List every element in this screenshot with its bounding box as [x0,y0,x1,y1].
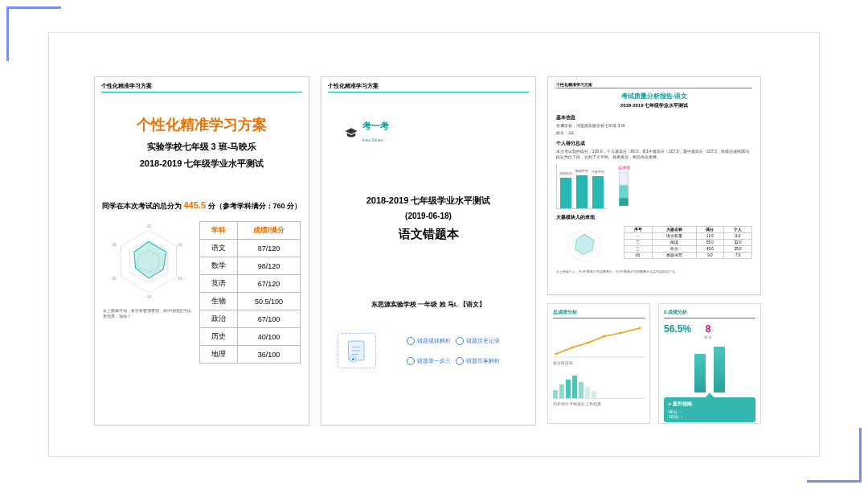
svg-text:04: 04 [147,295,152,299]
big-percent: 56.5% [664,323,691,335]
two-bar-chart-icon [664,343,755,392]
page2-exam-line: 2018-2019 七年级学业水平测试 [321,195,535,207]
page3-footnote: 从上图看个人，第1中最高分完成要素分，第2中最高分完成要素分未达到达标如下当。 [556,269,752,273]
table-row: 数学98/120 [200,257,301,275]
module-table: 序号大题名称满分个人 一语文积累11.06.0 二阅读55.032.0 三作文4… [624,226,752,259]
doc-page-analysis-report: 个性化精准学习方案 考试质量分析报告-语文 2018-2019 七年级学业水平测… [547,76,761,295]
table-row: 历史40/100 [200,328,301,346]
page1-title: 个性化精准学习方案 [95,115,309,134]
score-table: 学科 成绩/满分 语文87/120 数学98/120 英语67/120 生物50… [199,221,301,364]
page2-date: (2019-06-18) [321,212,535,220]
circle-icon [456,357,464,365]
table-row: 语文87/120 [200,240,301,257]
svg-text:02: 02 [178,243,182,247]
banner-title: ▸ 提升指南 [669,401,751,408]
doc-page-wrongbook-cover: 个性化精准学习方案 考一考 kao1kao 2018-2019 七年级学业水平测… [321,76,536,425]
svg-point-22 [555,353,558,355]
gauge-icon: 总成绩 [612,165,636,209]
page2-school-line: 东思源实验学校 一年级 姓 马L 【语文】 [321,300,535,309]
card4a-note2: 历年同水平线得分上升趋势 [553,402,645,406]
sec-basic-info: 基本信息 [556,114,752,121]
brand-cn: 考一考 [362,121,389,130]
notepad-icon [338,333,376,368]
svg-point-27 [639,327,641,330]
doc-page-study-plan: 个性化精准学习方案 个性化精准学习方案 实验学校七年级 3 班-马映乐 2018… [94,76,309,425]
brand-logo: 考一考 kao1kao [344,121,535,145]
table-row: 地理36/100 [200,346,301,364]
card4a-title: 总成绩分析 [553,309,645,318]
circle-icon [456,337,464,345]
page3-sub: 2018-2019 七年级学业水平测试 [556,102,752,109]
table-row: 英语67/120 [200,275,301,293]
page3-title: 考试质量分析报告-语文 [556,92,752,101]
table-header-row: 序号大题名称满分个人 [624,227,752,233]
page1-class-line: 实验学校七年级 3 班-马映乐 [95,141,309,153]
svg-point-23 [571,347,574,349]
table-row: 生物50.5/100 [200,293,301,310]
circle-icon [407,357,415,365]
page3-header: 个性化精准学习方案 [556,82,752,88]
rank-number: 8 [704,323,712,335]
rank-label: 排名 [704,335,712,339]
tile-practice: 错题举一反三 [407,357,451,365]
th-score: 成绩/满分 [237,222,300,240]
info-line: 所属学校：河思源实验学校七年级 3 班 [556,123,752,129]
circle-icon [407,337,415,345]
page1-exam-line: 2018-2019 七年级学业水平测试 [95,158,309,170]
svg-text:03: 03 [178,277,182,281]
radar-caption: 从上图来可知，各学科有强有弱，高中地理还可以更优秀，加油！ [103,308,194,318]
svg-point-24 [588,342,590,344]
th-subject: 学科 [200,222,238,240]
score-desc: 本次考试我的得分：130.0，个人最高分：95.5，第1中最高分：107.5，最… [556,149,752,159]
card4b-title: 9.成绩分析 [664,309,755,318]
tile-answer: 错题答案解析 [456,357,520,365]
line-chart-icon [553,318,646,360]
card-analysis-left: 总成绩分析 得分段分布 历年同水平线得分上升趋势 [547,303,650,424]
svg-text:05: 05 [113,277,117,281]
radar-chart-small-icon [556,221,612,269]
card4a-note: 得分段分布 [553,361,645,365]
page1-header: 个性化精准学习方案 [101,82,302,92]
mini-bar-chart-icon [553,370,645,399]
page2-workbook-title: 语文错题本 [321,227,535,242]
tile-pattern: 错题规律解析 [407,337,451,345]
table-header-row: 学科 成绩/满分 [200,222,301,240]
table-row: 三作文45.025.0 [624,246,752,253]
radar-chart-icon: 01 02 03 04 05 06 [103,221,194,302]
summary-prefix: 同学在本次考试的总分为 [102,202,184,210]
table-row: 政治67/100 [200,310,301,328]
triangle-up-icon [706,392,714,397]
table-row: 二阅读55.032.0 [624,240,752,246]
svg-point-25 [604,335,606,338]
svg-rect-18 [619,198,628,206]
summary-suffix: 分（参考学科满分：760 分） [208,202,302,210]
svg-point-26 [620,332,622,335]
summary-total: 445.5 [183,200,206,210]
info-line: 姓名：马L [556,130,752,136]
svg-text:01: 01 [147,224,152,228]
svg-point-15 [352,358,354,360]
sec-question-modules: 大题模块儿的表现 [556,214,752,221]
page2-header: 个性化精准学习方案 [328,82,529,92]
slide-frame: 个性化精准学习方案 个性化精准学习方案 实验学校七年级 3 班-马映乐 2018… [48,32,820,457]
table-row: 四卷面书写9.07.0 [624,253,752,259]
card-analysis-right: 9.成绩分析 56.5% 8 排名 ▸ 提升指南 [658,303,761,424]
bar-chart-icon: 我的得分 班级平均 年级平均 [556,164,607,209]
sec-personal-score: 个人得分总成 [556,140,752,147]
table-row: 一语文积累11.06.0 [624,233,752,240]
tile-history: 错题历史记录 [456,337,520,345]
page1-summary: 同学在本次考试的总分为 445.5 分（参考学科满分：760 分） [95,200,309,212]
brand-py: kao1kao [362,138,383,142]
improve-guide-banner: ▸ 提升指南 90分 → 102分→ [664,397,755,422]
feature-tiles: 错题规律解析 错题历史记录 错题举一反三 错题答案解析 [338,333,519,368]
graduation-cap-icon [344,126,358,141]
svg-text:06: 06 [113,243,117,247]
